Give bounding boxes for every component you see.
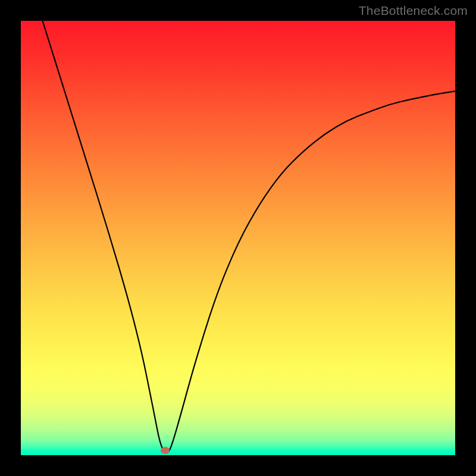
plot-area <box>21 21 455 455</box>
minimum-marker <box>161 447 170 454</box>
bottleneck-curve <box>21 21 455 455</box>
chart-frame: TheBottleneck.com <box>0 0 476 476</box>
watermark-text: TheBottleneck.com <box>359 4 468 18</box>
